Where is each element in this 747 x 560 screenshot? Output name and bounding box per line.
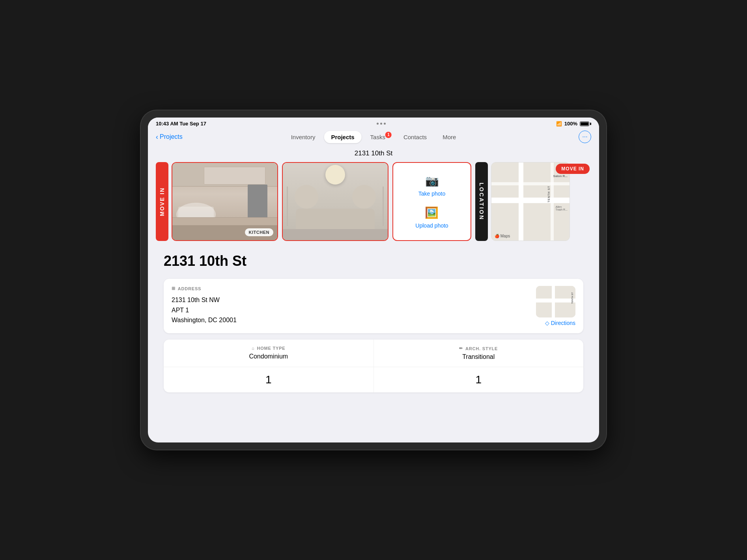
address-card-right: TENTH ST ◇ Directions bbox=[528, 286, 575, 326]
arch-style-label-container: ✏ ARCH. STYLE bbox=[382, 346, 576, 351]
map-thumbnail[interactable]: TENTH ST bbox=[536, 286, 575, 317]
upload-photo-option[interactable]: 🖼️ Upload photo bbox=[415, 206, 448, 229]
count2-cell: 1 bbox=[374, 367, 584, 392]
dot-1 bbox=[377, 123, 379, 125]
ellipsis-icon: ··· bbox=[582, 133, 587, 140]
back-label: Projects bbox=[160, 133, 183, 140]
camera-icon: 📷 bbox=[425, 174, 439, 187]
address-card-left: ⊞ ADDRESS 2131 10th St NW APT 1 Washingt… bbox=[172, 286, 528, 325]
photo-card-kitchen[interactable]: KITCHEN bbox=[172, 162, 278, 241]
back-chevron-icon: ‹ bbox=[156, 133, 158, 140]
kitchen-label: KITCHEN bbox=[245, 228, 273, 236]
arch-icon: ✏ bbox=[459, 346, 463, 351]
map-pin-icon: ⊞ bbox=[172, 286, 176, 291]
tasks-badge: 1 bbox=[385, 132, 392, 138]
directions-label: Directions bbox=[551, 320, 575, 326]
more-options-button[interactable]: ··· bbox=[579, 131, 591, 143]
count1-value: 1 bbox=[172, 373, 366, 386]
property-title: 2131 10th St bbox=[164, 253, 583, 269]
status-time: 10:43 AM Tue Sep 17 bbox=[156, 121, 206, 127]
address-lines: 2131 10th St NW APT 1 Washington, DC 200… bbox=[172, 295, 528, 325]
address-line3: Washington, DC 20001 bbox=[172, 315, 528, 325]
ipad-screen: 10:43 AM Tue Sep 17 📶 100% ‹ bbox=[148, 118, 599, 442]
home-type-label-container: ⌂ HOME TYPE bbox=[172, 346, 366, 351]
arch-style-cell: ✏ ARCH. STYLE Transitional bbox=[374, 340, 584, 367]
take-photo-label: Take photo bbox=[418, 190, 446, 197]
take-photo-option[interactable]: 📷 Take photo bbox=[418, 174, 446, 197]
details-row-2: 1 1 bbox=[164, 367, 583, 392]
status-bar: 10:43 AM Tue Sep 17 📶 100% bbox=[148, 118, 599, 128]
details-row-1: ⌂ HOME TYPE Condominium ✏ ARCH. STYLE Tr… bbox=[164, 340, 583, 367]
back-button[interactable]: ‹ Projects bbox=[156, 133, 183, 140]
move-in-badge-right: MOVE IN bbox=[556, 164, 590, 174]
tab-tasks[interactable]: Tasks 1 bbox=[363, 131, 395, 143]
photo-card-living[interactable] bbox=[282, 162, 388, 241]
address-line1: 2131 10th St NW bbox=[172, 295, 528, 305]
details-card: ⌂ HOME TYPE Condominium ✏ ARCH. STYLE Tr… bbox=[164, 340, 583, 392]
location-label: LOCATION bbox=[475, 162, 488, 241]
tab-contacts[interactable]: Contacts bbox=[396, 131, 434, 143]
wifi-icon: 📶 bbox=[556, 121, 562, 127]
count1-cell: 1 bbox=[164, 367, 374, 392]
directions-button[interactable]: ◇ Directions bbox=[545, 320, 575, 326]
tab-projects[interactable]: Projects bbox=[324, 131, 361, 143]
dot-2 bbox=[380, 123, 382, 125]
status-right: 📶 100% bbox=[556, 121, 591, 127]
add-photo-card[interactable]: 📷 Take photo 🖼️ Upload photo bbox=[392, 162, 471, 241]
home-icon: ⌂ bbox=[252, 346, 254, 351]
home-type-value: Condominium bbox=[172, 353, 366, 360]
upload-photo-label: Upload photo bbox=[415, 222, 448, 229]
home-type-cell: ⌂ HOME TYPE Condominium bbox=[164, 340, 374, 367]
main-content: 2131 10th St MOVE IN bbox=[148, 146, 599, 442]
ipad-frame: 10:43 AM Tue Sep 17 📶 100% ‹ bbox=[141, 110, 606, 450]
dot-3 bbox=[384, 123, 386, 125]
address-card: ⊞ ADDRESS 2131 10th St NW APT 1 Washingt… bbox=[164, 279, 583, 333]
map-visual: Salon R... AllenTrash R... TENTH ST 🍎 Ma… bbox=[491, 162, 570, 241]
photo-carousel: MOVE IN bbox=[148, 162, 599, 249]
battery-percent: 100% bbox=[564, 121, 577, 127]
home-type-label: HOME TYPE bbox=[257, 346, 285, 351]
arch-style-value: Transitional bbox=[382, 353, 576, 360]
content-area: 2131 10th St ⊞ ADDRESS 2131 10th St NW A… bbox=[148, 249, 599, 404]
page-title: 2131 10th St bbox=[148, 146, 599, 162]
directions-icon: ◇ bbox=[545, 320, 549, 326]
map-preview-card[interactable]: Salon R... AllenTrash R... TENTH ST 🍎 Ma… bbox=[491, 162, 570, 241]
nav-bar: ‹ Projects Inventory Projects Tasks 1 Co… bbox=[148, 128, 599, 146]
count2-value: 1 bbox=[382, 373, 576, 386]
address-line2: APT 1 bbox=[172, 305, 528, 315]
tab-bar: Inventory Projects Tasks 1 Contacts More bbox=[284, 131, 463, 143]
battery-icon bbox=[580, 121, 591, 126]
upload-icon: 🖼️ bbox=[425, 206, 439, 219]
tab-more[interactable]: More bbox=[435, 131, 463, 143]
move-in-label-left: MOVE IN bbox=[156, 162, 168, 241]
tab-inventory[interactable]: Inventory bbox=[284, 131, 323, 143]
status-dots bbox=[377, 123, 386, 125]
arch-style-label: ARCH. STYLE bbox=[465, 346, 498, 351]
address-section-label: ⊞ ADDRESS bbox=[172, 286, 528, 291]
maps-logo: 🍎 Maps bbox=[495, 234, 510, 238]
